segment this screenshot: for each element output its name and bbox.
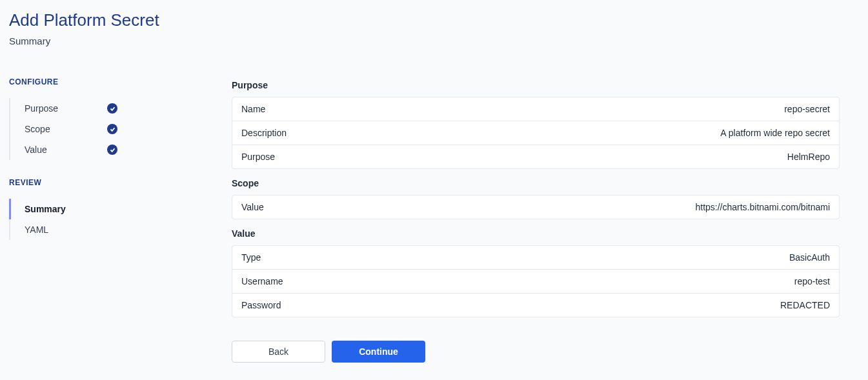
page-title: Add Platform Secret (9, 10, 859, 30)
summary-value: repo-secret (784, 104, 830, 114)
summary-main: Purpose Name repo-secret Description A p… (232, 77, 859, 363)
group-header-scope: Scope (232, 178, 840, 188)
summary-value: https://charts.bitnami.com/bitnami (695, 202, 830, 212)
step-yaml[interactable]: YAML (10, 219, 232, 240)
summary-table-value: Type BasicAuth Username repo-test Passwo… (232, 245, 840, 317)
review-steps: Summary YAML (9, 199, 232, 240)
continue-button[interactable]: Continue (332, 341, 425, 363)
summary-table-purpose: Name repo-secret Description A platform … (232, 97, 840, 169)
configure-steps: Purpose Scope Value (9, 98, 232, 160)
group-header-purpose: Purpose (232, 80, 840, 90)
step-label: Value (25, 145, 96, 155)
review-section-label: REVIEW (9, 178, 232, 187)
summary-row: Value https://charts.bitnami.com/bitnami (232, 195, 839, 219)
back-button[interactable]: Back (232, 341, 325, 363)
step-label: Purpose (25, 103, 96, 114)
page-subtitle: Summary (9, 35, 859, 46)
step-label: YAML (25, 225, 96, 235)
button-row: Back Continue (232, 341, 840, 363)
summary-value: A platform wide repo secret (720, 128, 830, 138)
summary-key: Description (241, 128, 287, 138)
summary-value: BasicAuth (789, 252, 830, 263)
group-header-value: Value (232, 228, 840, 239)
summary-key: Purpose (241, 152, 275, 162)
configure-section-label: CONFIGURE (9, 77, 232, 86)
summary-key: Type (241, 252, 261, 263)
step-summary[interactable]: Summary (9, 199, 232, 219)
check-icon (107, 145, 117, 155)
step-purpose[interactable]: Purpose (10, 98, 232, 119)
summary-row: Name repo-secret (232, 97, 839, 121)
step-value[interactable]: Value (10, 139, 232, 160)
check-icon (107, 103, 117, 114)
summary-row: Password REDACTED (232, 294, 839, 317)
summary-key: Value (241, 202, 264, 212)
summary-row: Description A platform wide repo secret (232, 121, 839, 145)
summary-key: Username (241, 276, 283, 286)
wizard-sidebar: CONFIGURE Purpose Scope Value (9, 77, 232, 363)
summary-row: Type BasicAuth (232, 246, 839, 270)
summary-table-scope: Value https://charts.bitnami.com/bitnami (232, 195, 840, 219)
summary-row: Username repo-test (232, 270, 839, 294)
step-label: Scope (25, 124, 96, 134)
step-scope[interactable]: Scope (10, 119, 232, 139)
summary-row: Purpose HelmRepo (232, 145, 839, 168)
summary-value: repo-test (794, 276, 830, 286)
step-label: Summary (25, 204, 96, 214)
check-icon (107, 124, 117, 134)
summary-value: REDACTED (780, 300, 830, 310)
summary-key: Password (241, 300, 281, 310)
summary-value: HelmRepo (787, 152, 830, 162)
summary-key: Name (241, 104, 265, 114)
